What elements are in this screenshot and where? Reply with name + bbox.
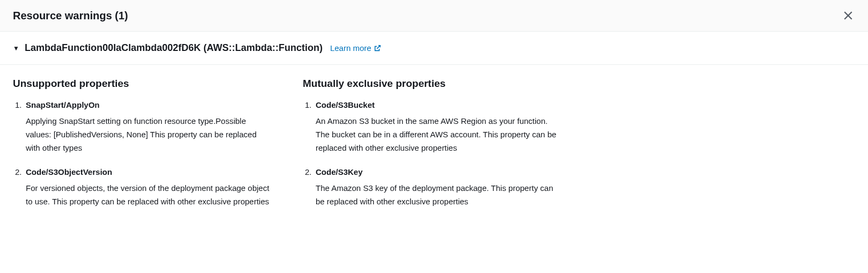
property-description: For versioned objects, the version of th… <box>26 182 271 209</box>
svg-line-2 <box>377 45 380 48</box>
property-name: Code/S3ObjectVersion <box>26 167 271 176</box>
column-title: Unsupported properties <box>13 78 271 90</box>
unsupported-properties-column: Unsupported properties SnapStart/ApplyOn… <box>13 78 271 222</box>
resource-title: LambdaFunction00IaClambda002fD6K (AWS::L… <box>25 42 323 54</box>
panel-title: Resource warnings (1) <box>13 10 128 22</box>
property-list: SnapStart/ApplyOn Applying SnapStart set… <box>13 100 271 209</box>
content-area: Unsupported properties SnapStart/ApplyOn… <box>0 65 868 234</box>
close-icon <box>843 11 853 20</box>
property-name: Code/S3Bucket <box>316 100 560 109</box>
property-list: Code/S3Bucket An Amazon S3 bucket in the… <box>303 100 560 209</box>
close-button[interactable] <box>841 9 855 23</box>
property-item: Code/S3ObjectVersion For versioned objec… <box>13 167 271 209</box>
property-description: Applying SnapStart setting on function r… <box>26 115 271 154</box>
property-description: The Amazon S3 key of the deployment pack… <box>316 182 560 209</box>
property-name: SnapStart/ApplyOn <box>26 100 271 109</box>
property-item: SnapStart/ApplyOn Applying SnapStart set… <box>13 100 271 154</box>
panel-header: Resource warnings (1) <box>0 0 868 32</box>
learn-more-label: Learn more <box>330 43 371 53</box>
caret-down-icon[interactable]: ▼ <box>13 45 19 52</box>
resource-header: ▼ LambdaFunction00IaClambda002fD6K (AWS:… <box>0 32 868 65</box>
learn-more-link[interactable]: Learn more <box>330 43 381 53</box>
external-link-icon <box>374 45 381 52</box>
property-item: Code/S3Bucket An Amazon S3 bucket in the… <box>303 100 560 154</box>
property-description: An Amazon S3 bucket in the same AWS Regi… <box>316 115 560 154</box>
mutually-exclusive-properties-column: Mutually exclusive properties Code/S3Buc… <box>303 78 560 222</box>
property-item: Code/S3Key The Amazon S3 key of the depl… <box>303 167 560 209</box>
column-title: Mutually exclusive properties <box>303 78 560 90</box>
property-name: Code/S3Key <box>316 167 560 176</box>
